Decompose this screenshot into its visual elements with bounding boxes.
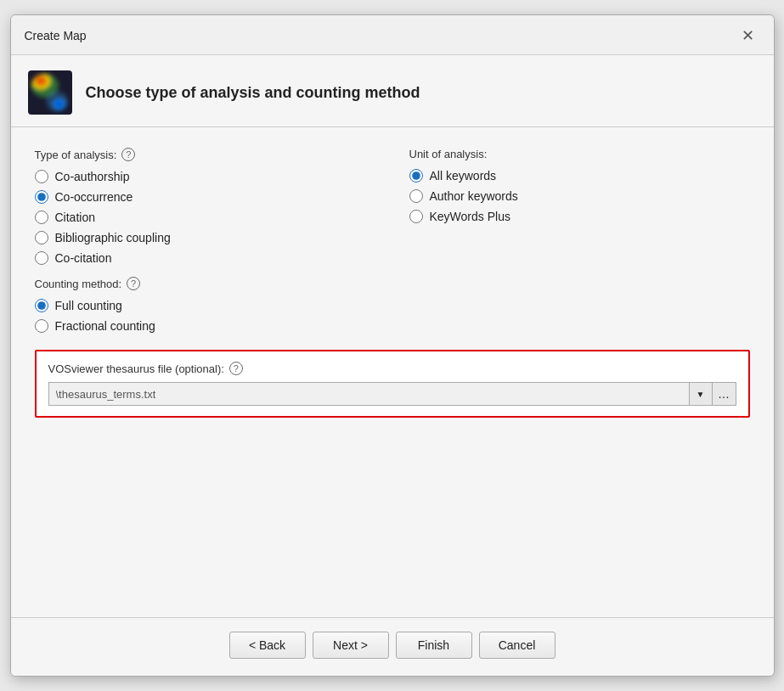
heatmap-icon: [28, 70, 72, 115]
thesaurus-section: VOSviewer thesaurus file (optional): ? \…: [35, 350, 750, 418]
radio-fractional-counting[interactable]: Fractional counting: [35, 319, 375, 333]
radio-citation[interactable]: Citation: [35, 211, 375, 224]
dialog-title: Create Map: [25, 29, 87, 42]
radio-keywords-plus[interactable]: KeyWords Plus: [409, 210, 750, 223]
counting-help-icon[interactable]: ?: [127, 277, 140, 290]
options-columns: Type of analysis: ? Co-authorship Co-occ…: [35, 148, 750, 333]
cancel-button[interactable]: Cancel: [479, 632, 556, 659]
back-button[interactable]: < Back: [229, 632, 306, 659]
thesaurus-dropdown-arrow[interactable]: ▼: [689, 382, 713, 406]
finish-button[interactable]: Finish: [396, 632, 472, 659]
thesaurus-input-row: \thesaurus_terms.txt ▼ …: [48, 382, 736, 406]
radio-all-keywords[interactable]: All keywords: [409, 169, 750, 183]
radio-fractional-counting-input[interactable]: [35, 319, 48, 333]
analysis-column: Type of analysis: ? Co-authorship Co-occ…: [35, 148, 375, 333]
radio-co-authorship[interactable]: Co-authorship: [35, 170, 375, 183]
radio-co-occurrence-input[interactable]: [35, 190, 48, 204]
analysis-radio-group: Co-authorship Co-occurrence Citation Bib…: [35, 170, 375, 265]
thesaurus-browse-button[interactable]: …: [713, 382, 736, 406]
counting-radio-group: Full counting Fractional counting: [35, 299, 375, 333]
header-section: Choose type of analysis and counting met…: [11, 55, 774, 127]
radio-full-counting-input[interactable]: [35, 299, 48, 312]
radio-all-keywords-input[interactable]: [409, 169, 423, 183]
radio-co-citation[interactable]: Co-citation: [35, 251, 375, 265]
radio-bibliographic-coupling[interactable]: Bibliographic coupling: [35, 231, 375, 244]
counting-section-label: Counting method: ?: [35, 277, 375, 290]
close-button[interactable]: ✕: [736, 24, 760, 48]
thesaurus-label: VOSviewer thesaurus file (optional): ?: [48, 362, 736, 375]
main-content: Type of analysis: ? Co-authorship Co-occ…: [11, 127, 774, 617]
analysis-section-label: Type of analysis: ?: [35, 148, 375, 161]
radio-author-keywords-input[interactable]: [409, 189, 423, 203]
radio-author-keywords[interactable]: Author keywords: [409, 189, 750, 203]
radio-citation-input[interactable]: [35, 211, 48, 224]
create-map-dialog: Create Map ✕: [10, 14, 775, 677]
unit-column: Unit of analysis: All keywords Author ke…: [409, 148, 750, 333]
thesaurus-value: \thesaurus_terms.txt: [56, 388, 156, 401]
analysis-help-icon[interactable]: ?: [121, 148, 135, 161]
radio-co-citation-input[interactable]: [35, 251, 48, 265]
footer: < Back Next > Finish Cancel: [11, 617, 774, 676]
thesaurus-help-icon[interactable]: ?: [229, 362, 243, 375]
radio-co-occurrence[interactable]: Co-occurrence: [35, 190, 375, 204]
next-button[interactable]: Next >: [313, 632, 389, 659]
header-title: Choose type of analysis and counting met…: [86, 84, 420, 102]
svg-point-2: [46, 91, 68, 111]
radio-full-counting[interactable]: Full counting: [35, 299, 375, 312]
radio-keywords-plus-input[interactable]: [409, 210, 423, 223]
counting-section: Counting method: ? Full counting Fractio…: [35, 277, 375, 333]
radio-co-authorship-input[interactable]: [35, 170, 48, 183]
thesaurus-dropdown[interactable]: \thesaurus_terms.txt: [48, 382, 689, 406]
title-bar: Create Map ✕: [11, 15, 774, 55]
unit-section-label: Unit of analysis:: [409, 148, 750, 160]
unit-radio-group: All keywords Author keywords KeyWords Pl…: [409, 169, 750, 223]
radio-bibliographic-coupling-input[interactable]: [35, 231, 48, 244]
